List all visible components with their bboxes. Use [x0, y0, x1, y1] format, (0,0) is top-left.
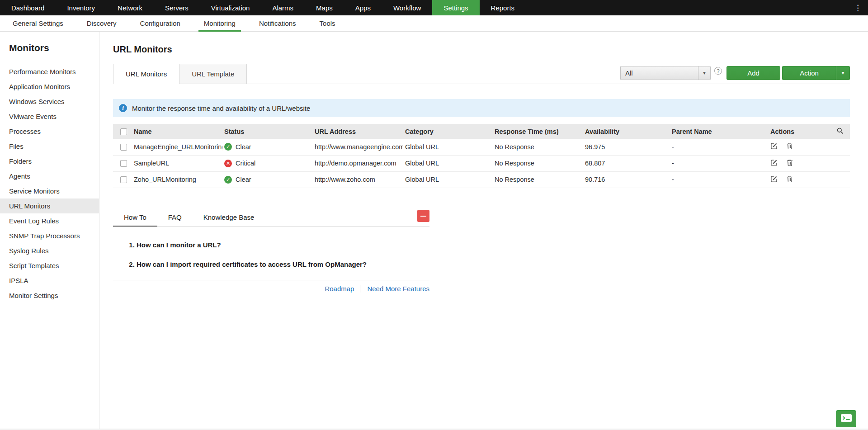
howto-question[interactable]: How can I import required certificates t… [137, 260, 429, 268]
status-label: Clear [236, 176, 251, 183]
header-search-cell [827, 124, 850, 139]
delete-icon[interactable] [787, 142, 793, 151]
top-nav-item[interactable]: Virtualization [200, 0, 261, 15]
col-header-availability[interactable]: Availability [583, 124, 670, 139]
sub-nav-item[interactable]: Configuration [128, 15, 192, 31]
page-body: Monitors Performance Monitors Applicatio… [0, 32, 868, 430]
table-row[interactable]: ManageEngine_URLMonitoring Clear http://… [113, 139, 850, 155]
select-all-checkbox[interactable] [120, 128, 127, 135]
collapse-button[interactable] [417, 210, 429, 222]
actions-cell [769, 155, 827, 171]
sidebar-item[interactable]: URL Monitors [0, 198, 99, 213]
top-nav-item[interactable]: Apps [344, 0, 382, 15]
sidebar-item[interactable]: Script Templates [0, 258, 99, 273]
overflow-menu-icon[interactable]: ⋮ [854, 0, 863, 15]
top-nav-item[interactable]: Network [106, 0, 154, 15]
sidebar-item[interactable]: Folders [0, 154, 99, 169]
status-label: Critical [236, 160, 255, 167]
sidebar-item[interactable]: Service Monitors [0, 184, 99, 198]
top-nav-item[interactable]: Reports [480, 0, 526, 15]
chevron-down-icon[interactable]: ▾ [698, 66, 710, 80]
col-header-actions: Actions [769, 124, 827, 139]
table-row[interactable]: SampleURL Critical http://demo.opmanager… [113, 155, 850, 171]
help-tab[interactable]: FAQ [157, 209, 193, 227]
top-nav-item[interactable]: Workflow [382, 0, 432, 15]
url-monitors-table: Name Status URL Address Category Respons… [113, 124, 850, 188]
sidebar-item[interactable]: Syslog Rules [0, 243, 99, 258]
sidebar-item[interactable]: Files [0, 139, 99, 154]
top-nav-item[interactable]: Maps [305, 0, 344, 15]
col-header-response-time[interactable]: Response Time (ms) [493, 124, 583, 139]
top-nav-item[interactable]: Alarms [261, 0, 305, 15]
row-checkbox[interactable] [120, 160, 127, 167]
footer-link[interactable]: Need More Features [360, 285, 429, 293]
status-cell: Clear [222, 139, 313, 155]
howto-question[interactable]: How can I monitor a URL? [137, 241, 429, 249]
help-icon[interactable]: ? [714, 67, 722, 75]
tab[interactable]: URL Template [179, 64, 247, 84]
footer-link[interactable]: Roadmap [325, 285, 354, 293]
status-cell: Critical [222, 155, 313, 171]
monitor-name[interactable]: Zoho_URLMonitoring [132, 171, 222, 188]
row-checkbox[interactable] [120, 144, 127, 151]
top-nav-item[interactable]: Inventory [56, 0, 106, 15]
sidebar-item[interactable]: Performance Monitors [0, 64, 99, 79]
edit-icon[interactable] [770, 175, 778, 184]
sidebar-item[interactable]: IPSLA [0, 273, 99, 288]
availability: 96.975 [583, 139, 670, 155]
spacer-cell [827, 155, 850, 171]
table-row[interactable]: Zoho_URLMonitoring Clear http://www.zoho… [113, 171, 850, 188]
page-title: URL Monitors [113, 44, 850, 55]
help-tab[interactable]: Knowledge Base [193, 209, 265, 227]
sidebar-item[interactable]: Agents [0, 169, 99, 184]
sidebar-item[interactable]: VMware Events [0, 109, 99, 124]
availability: 68.807 [583, 155, 670, 171]
sidebar-item[interactable]: Processes [0, 124, 99, 139]
status-icon [224, 143, 232, 151]
search-icon[interactable] [836, 127, 844, 136]
info-icon: i [119, 104, 127, 112]
sub-nav-item[interactable]: Tools [308, 15, 347, 31]
response-time: No Response [493, 155, 583, 171]
toolbar: All ▾ ? Add Action ▾ [620, 66, 850, 80]
sidebar-item[interactable]: Windows Services [0, 94, 99, 109]
category: Global URL [403, 139, 493, 155]
edit-icon[interactable] [770, 159, 778, 168]
action-button[interactable]: Action [782, 66, 836, 80]
support-chat-button[interactable] [836, 410, 856, 427]
sidebar-item[interactable]: Event Log Rules [0, 213, 99, 228]
edit-icon[interactable] [770, 142, 778, 151]
col-header-parent-name[interactable]: Parent Name [670, 124, 769, 139]
header-checkbox-cell [113, 124, 132, 139]
add-button[interactable]: Add [726, 66, 780, 80]
sidebar-item[interactable]: Monitor Settings [0, 288, 99, 303]
monitor-name[interactable]: ManageEngine_URLMonitoring [132, 139, 222, 155]
col-header-name[interactable]: Name [132, 124, 222, 139]
filter-dropdown[interactable]: All ▾ [620, 66, 711, 80]
monitor-name[interactable]: SampleURL [132, 155, 222, 171]
delete-icon[interactable] [787, 159, 793, 168]
sub-nav-item[interactable]: Notifications [247, 15, 308, 31]
chat-console-icon [840, 413, 853, 424]
sub-nav-item[interactable]: Monitoring [192, 15, 247, 31]
sidebar-item[interactable]: SNMP Trap Processors [0, 228, 99, 243]
delete-icon[interactable] [787, 175, 793, 184]
info-banner: i Monitor the response time and availabi… [113, 99, 850, 117]
top-nav-item[interactable]: Servers [154, 0, 200, 15]
tab[interactable]: URL Monitors [113, 64, 179, 84]
col-header-url-address[interactable]: URL Address [313, 124, 403, 139]
action-dropdown-arrow[interactable]: ▾ [836, 66, 850, 80]
help-tabs: How To FAQ Knowledge Base [113, 209, 265, 226]
top-nav-item[interactable]: Dashboard [0, 0, 56, 15]
col-header-category[interactable]: Category [403, 124, 493, 139]
sidebar-item[interactable]: Application Monitors [0, 79, 99, 94]
parent-name: - [670, 171, 769, 188]
row-checkbox[interactable] [120, 176, 127, 183]
sidebar-items: Performance Monitors Application Monitor… [0, 64, 99, 303]
sub-nav-item[interactable]: General Settings [1, 15, 75, 31]
row-checkbox-cell [113, 155, 132, 171]
help-tab[interactable]: How To [113, 209, 157, 227]
col-header-status[interactable]: Status [222, 124, 313, 139]
sub-nav-item[interactable]: Discovery [75, 15, 128, 31]
top-nav-item[interactable]: Settings [432, 0, 479, 15]
